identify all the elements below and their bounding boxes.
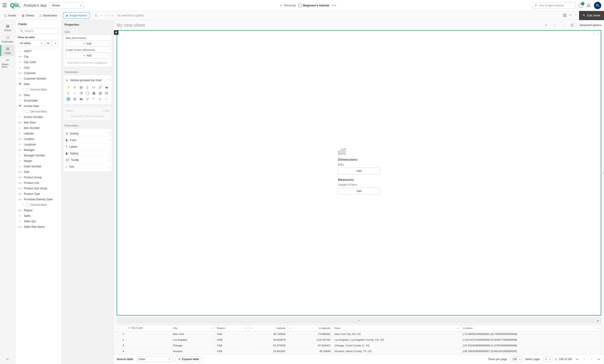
field-item[interactable]: AbcDesc xyxy=(15,92,61,98)
viz-line-icon[interactable]: 📈 xyxy=(98,85,103,90)
field-item[interactable]: AbcLocation xyxy=(15,136,61,142)
field-item[interactable]: #%KEY xyxy=(15,49,61,54)
add-dimension-button[interactable]: +Add xyxy=(66,41,109,47)
viz-more-icon[interactable]: ⋯ xyxy=(104,97,109,101)
presentation-sorting[interactable]: ⇅Sorting› xyxy=(66,130,109,137)
smart-search-icon[interactable]: ⊡ xyxy=(94,13,98,18)
column-header[interactable]: Location≡ xyxy=(461,325,601,331)
viz-table-icon[interactable]: ▦ xyxy=(91,91,97,96)
apps-launcher-icon[interactable] xyxy=(3,3,7,8)
viz-stacked-h-icon[interactable]: ▭ xyxy=(91,85,97,90)
rail-bookmarks[interactable]: ◻ Bookmarks xyxy=(1,33,15,45)
expand-chart-icon[interactable]: ⤢ xyxy=(592,32,595,36)
move-handle-icon[interactable]: ✥ xyxy=(114,30,118,35)
field-item[interactable]: #Order Number xyxy=(15,164,61,169)
first-page-icon[interactable]: ⏮ xyxy=(575,357,579,362)
user-avatar[interactable]: TL xyxy=(594,2,601,9)
viz-scatter-icon[interactable]: ∴ xyxy=(72,91,77,96)
all-tables-dropdown[interactable]: All tables▾ xyxy=(18,40,44,46)
field-item[interactable]: #Sales xyxy=(15,213,61,218)
presentation-labels[interactable]: TLabels› xyxy=(66,143,109,150)
viz-bar-h-icon[interactable]: ▤ xyxy=(78,85,84,90)
add-filter-button[interactable]: + Add xyxy=(102,109,109,112)
column-header[interactable]: Desc≡ xyxy=(333,325,461,331)
viz-pie-icon[interactable]: ◔ xyxy=(78,91,84,96)
column-header[interactable]: ≡ xyxy=(117,325,126,331)
add-column-icon[interactable]: + xyxy=(602,171,604,175)
viz-stacked-icon[interactable]: ▯ xyxy=(85,85,90,90)
tutorial-link[interactable]: Beginner's tutorial xyxy=(298,4,329,7)
presentation-styling[interactable]: ◧Styling› xyxy=(66,150,109,157)
last-page-icon[interactable]: ⏭ xyxy=(597,357,601,362)
add-measure-button[interactable]: +Add xyxy=(66,53,109,59)
viz-bar-v-icon[interactable]: ⫼ xyxy=(72,85,77,90)
field-item[interactable]: #GrossSales xyxy=(15,98,61,103)
viz-type-selector[interactable]: ⫼ Vertical grouped bar chart ˄ xyxy=(66,77,109,84)
field-item[interactable]: └ Derived fields xyxy=(15,87,61,92)
column-header[interactable]: ≡Longitude xyxy=(288,325,333,331)
rows-per-page-dropdown[interactable]: 100▾ xyxy=(510,356,523,362)
viz-map-icon[interactable]: 🌐 xyxy=(66,97,71,101)
select-page-dropdown[interactable]: 1▾ xyxy=(543,356,552,362)
expand-table-button[interactable]: ⤢Expand table xyxy=(175,356,202,362)
viz-pivot-icon[interactable]: ▥ xyxy=(98,91,103,96)
table-layout-icon[interactable]: ▦ xyxy=(595,318,600,323)
viz-donut-icon[interactable]: ◯ xyxy=(85,91,90,96)
source-table-dropdown[interactable]: Cities▾ xyxy=(136,356,173,362)
table-row[interactable]: 3ChicagoUSA41.875555-87.624421Chicago, C… xyxy=(117,343,601,349)
viz-kpi-icon[interactable]: #1 xyxy=(104,91,109,96)
column-header[interactable]: ≡Latitude xyxy=(248,325,288,331)
field-item[interactable]: AbcProduct Line xyxy=(15,180,61,186)
more-icon[interactable]: ••• xyxy=(332,4,337,7)
viz-distribution-icon[interactable]: ⊹ xyxy=(98,97,103,101)
column-header[interactable]: Region≡ xyxy=(215,325,248,331)
add-bars-button[interactable]: Add xyxy=(338,168,380,174)
field-item[interactable]: #Sales Qty xyxy=(15,218,61,224)
field-item[interactable]: 📅Date xyxy=(15,81,61,87)
viz-auto-icon[interactable]: ✨ xyxy=(66,85,71,90)
bookmarks-button[interactable]: ◻Bookmarks xyxy=(37,12,59,19)
grid-view-icon[interactable] xyxy=(563,13,567,18)
field-item[interactable]: AbcRegion xyxy=(15,208,61,213)
presentation-color[interactable]: ◐Color› xyxy=(66,137,109,143)
viz-funnel-icon[interactable]: ▽ xyxy=(85,97,90,101)
field-item[interactable]: AbcManager xyxy=(15,147,61,153)
help-icon[interactable]: ? 3 xyxy=(578,3,583,8)
add-length-button[interactable]: Add xyxy=(338,188,380,194)
field-item[interactable]: #City Code xyxy=(15,60,61,65)
selection-back-icon[interactable]: ⟸ xyxy=(99,13,104,18)
field-item[interactable]: AbcPromised Delivery Date xyxy=(15,197,61,202)
prev-page-icon[interactable]: ‹ xyxy=(582,357,587,362)
add-sheet-icon[interactable]: + xyxy=(543,22,549,28)
viz-area-icon[interactable]: ⛰ xyxy=(104,85,109,90)
viz-gauge-icon[interactable]: ◠ xyxy=(91,97,97,101)
field-item[interactable]: AbcCustomer xyxy=(15,70,61,76)
viz-sankey-icon[interactable]: ⧓ xyxy=(78,97,84,101)
field-item[interactable]: #Invoice Number xyxy=(15,114,61,120)
selection-forward-icon[interactable]: ⟹ xyxy=(105,13,109,18)
field-item[interactable]: #Manager Number xyxy=(15,153,61,158)
field-item[interactable]: AbcProduct Group xyxy=(15,175,61,180)
table-row[interactable]: 1New YorkUSA40.730599-73.986581New York … xyxy=(117,331,601,337)
field-item[interactable]: 📅Invoice Date xyxy=(15,103,61,109)
field-item[interactable]: └ Derived fields xyxy=(15,202,61,208)
advanced-toggle[interactable] xyxy=(570,23,577,27)
next-sheet-icon[interactable]: › xyxy=(561,22,568,28)
table-row[interactable]: 4HoustonUSA29.981501-95.53836Houston, Ha… xyxy=(117,349,601,354)
chart-more-icon[interactable]: ⋯ xyxy=(596,32,599,36)
add-row-bar[interactable]: + ▦ xyxy=(117,317,601,323)
personal-button[interactable]: ☺ Personal xyxy=(280,4,296,7)
edit-sheet-button[interactable]: ✎Edit sheet xyxy=(579,11,604,20)
viz-treemap-icon[interactable]: ⊞ xyxy=(72,97,77,101)
undo-icon[interactable]: ↶ xyxy=(568,13,573,18)
assets-button[interactable]: ▢Assets xyxy=(2,12,19,19)
rail-master-items[interactable]: ∞ Master items xyxy=(1,56,15,70)
refresh-fields-button[interactable]: ↻ xyxy=(45,40,51,46)
bell-icon[interactable] xyxy=(586,3,591,8)
sheet-title[interactable]: My new sheet xyxy=(117,23,540,28)
table-row[interactable]: 2Los AngelesUSA34.053678-118.242702Los A… xyxy=(117,337,601,343)
field-item[interactable]: #Margin xyxy=(15,158,61,164)
viz-combo-icon[interactable]: ⫿ xyxy=(66,91,71,96)
clear-selections-icon[interactable]: ⊗ xyxy=(110,13,115,18)
field-item[interactable]: #Cost xyxy=(15,65,61,70)
